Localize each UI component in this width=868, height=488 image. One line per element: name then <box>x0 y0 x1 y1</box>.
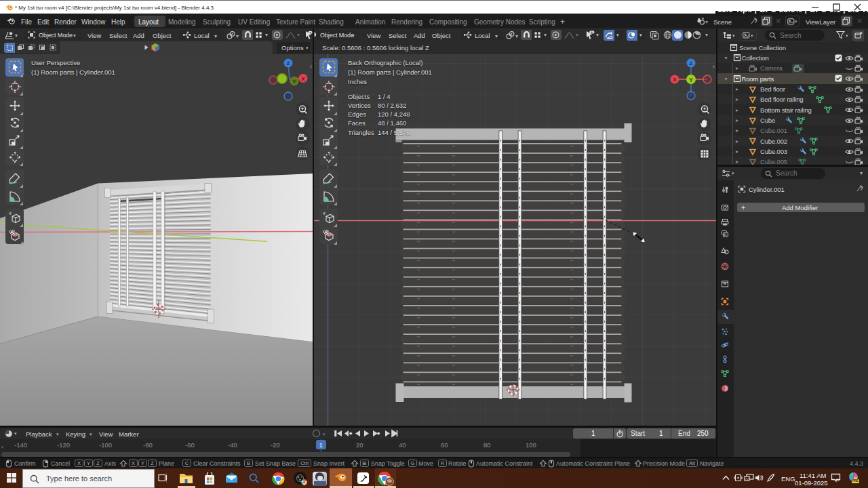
svg-text:Z: Z <box>689 60 692 66</box>
svg-text:Y: Y <box>688 77 692 83</box>
svg-text:Y: Y <box>292 79 296 85</box>
svg-text:X: X <box>301 76 305 82</box>
svg-text:Z: Z <box>287 60 290 66</box>
svg-text:X: X <box>673 77 677 83</box>
